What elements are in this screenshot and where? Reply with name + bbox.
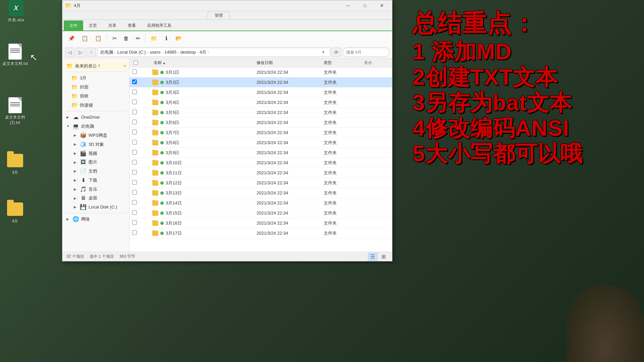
desktop-icon-folder4[interactable]: 4月 xyxy=(2,201,29,224)
col-header-name[interactable]: 名称 ▲ xyxy=(152,59,255,67)
pin-to-quickaccess-btn[interactable]: 📌 xyxy=(65,33,78,45)
file-checkbox[interactable] xyxy=(132,79,137,84)
sidebar-item-pictures[interactable]: ▶ 🖼 图片 xyxy=(62,158,129,167)
move-btn[interactable]: ✂ xyxy=(109,33,120,45)
file-checkbox[interactable] xyxy=(132,150,137,155)
file-checkbox[interactable] xyxy=(132,170,137,175)
breadcrumb-part-users[interactable]: users xyxy=(150,50,161,55)
tab-apptools[interactable]: 应用程序工具 xyxy=(142,20,177,31)
large-icons-view-button[interactable]: ⊞ xyxy=(379,253,388,261)
up-button[interactable]: ↑ xyxy=(87,48,96,57)
table-row[interactable]: 3月1日 2021/3/24 22:34 文件夹 xyxy=(129,67,392,77)
breadcrumb-part-computer[interactable]: 此电脑 xyxy=(100,49,113,55)
address-dropdown-button[interactable]: ▼ xyxy=(319,48,327,57)
table-row[interactable]: 3月14日 2021/3/24 22:34 文件夹 xyxy=(129,198,392,208)
table-row[interactable]: 3月16日 2021/3/24 22:34 文件夹 xyxy=(129,218,392,228)
paste-icon: 📋 xyxy=(95,36,102,41)
search-input[interactable] xyxy=(342,48,389,57)
sidebar-item-videos[interactable]: ▶ 🎬 视频 xyxy=(62,149,129,158)
table-row[interactable]: 3月7日 2021/3/24 22:34 文件夹 xyxy=(129,128,392,138)
col-header-size[interactable]: 大小 xyxy=(363,59,389,67)
file-checkbox[interactable] xyxy=(132,120,137,124)
sidebar-item-this-pc[interactable]: ▼ 💻 此电脑 xyxy=(62,122,129,131)
table-row[interactable]: 3月10日 2021/3/24 22:34 文件夹 xyxy=(129,158,392,168)
delete-btn[interactable]: 🗑 xyxy=(120,33,132,45)
desktop-icon-excel[interactable]: X 作表.xlsx xyxy=(3,0,30,23)
file-checkbox[interactable] xyxy=(132,100,137,104)
maximize-button[interactable]: □ xyxy=(357,1,373,10)
tab-share[interactable]: 共享 xyxy=(103,20,122,31)
sidebar-item-desktop[interactable]: ▶ 🖥 桌面 xyxy=(62,194,129,202)
sidebar-item-music[interactable]: ▶ 🎵 音乐 xyxy=(62,185,129,194)
table-row[interactable]: 3月6日 2021/3/24 22:34 文件夹 xyxy=(129,118,392,128)
file-checkbox[interactable] xyxy=(132,220,137,225)
file-checkbox[interactable] xyxy=(132,140,137,144)
file-checkbox[interactable] xyxy=(132,190,137,195)
col-header-modified[interactable]: 修改日期 xyxy=(255,59,322,67)
rename-btn[interactable]: ✏ xyxy=(132,33,143,45)
select-all-checkbox[interactable] xyxy=(133,61,138,65)
forward-button[interactable]: ▷ xyxy=(76,48,85,57)
sidebar-item-video-editor[interactable]: 📁 剪映 xyxy=(62,92,129,101)
file-checkbox[interactable] xyxy=(132,89,137,94)
file-checkbox[interactable] xyxy=(132,210,137,215)
open-btn[interactable]: 📂 xyxy=(172,33,185,45)
table-row[interactable]: 3月13日 2021/3/24 22:34 文件夹 xyxy=(129,188,392,198)
file-checkbox[interactable] xyxy=(132,200,137,205)
breadcrumb-part-4month[interactable]: 4月 xyxy=(200,49,206,55)
sidebar-item-cover[interactable]: 📁 封面 xyxy=(62,82,129,92)
breadcrumb-part-desktop[interactable]: desktop xyxy=(180,50,196,55)
manage-tab-label[interactable]: 管理 xyxy=(208,12,230,19)
sidebar-item-wps[interactable]: ▶ 📦 WPS网盘 xyxy=(62,131,129,140)
tab-view[interactable]: 查看 xyxy=(122,20,142,31)
table-row[interactable]: 3月5日 2021/3/24 22:34 文件夹 xyxy=(129,108,392,118)
table-row[interactable]: 3月11日 2021/3/24 22:34 文件夹 xyxy=(129,168,392,178)
table-row[interactable]: 3月12日 2021/3/24 22:34 文件夹 xyxy=(129,178,392,188)
sidebar-item-downloads[interactable]: ▶ ⬇ 下载 xyxy=(62,176,129,185)
close-button[interactable]: ✕ xyxy=(374,1,389,10)
copy-btn[interactable]: 📋 xyxy=(78,33,91,45)
table-row[interactable]: 3月8日 2021/3/24 22:34 文件夹 xyxy=(129,138,392,148)
file-modified-date: 2021/3/24 22:34 xyxy=(255,190,322,195)
file-checkbox[interactable] xyxy=(132,110,137,114)
sidebar-item-pinned-label: 捡来的老公！ xyxy=(75,63,101,69)
sidebar-item-shortcuts[interactable]: 📁 快捷键 xyxy=(62,101,129,110)
sidebar-item-3d[interactable]: ▶ 🧊 3D 对象 xyxy=(62,140,129,149)
file-checkbox[interactable] xyxy=(132,69,137,74)
details-view-button[interactable]: ☰ xyxy=(368,253,377,261)
properties-btn[interactable]: ℹ xyxy=(161,33,172,45)
sidebar-item-pinned-folder[interactable]: 📁 捡来的老公！ ✕ xyxy=(62,61,129,70)
back-button[interactable]: ◁ xyxy=(65,48,74,57)
table-row[interactable]: 3月3日 2021/3/24 22:34 文件夹 xyxy=(129,87,392,98)
address-bar[interactable]: 此电脑 › Local Disk (C:) › users › 14985 › … xyxy=(97,48,330,57)
table-row[interactable]: 3月2日 2021/3/24 22:34 文件夹 xyxy=(129,77,392,87)
table-row[interactable]: 3月9日 2021/3/24 22:34 文件夹 xyxy=(129,148,392,158)
new-folder-btn[interactable]: 📁 xyxy=(148,33,160,45)
tab-file[interactable]: 文件 xyxy=(64,20,83,31)
desktop-icon-txt2[interactable]: 桌文本文档(2).txt xyxy=(2,97,29,125)
col-header-check[interactable] xyxy=(132,59,142,67)
sidebar-item-3month[interactable]: 📁 3月 xyxy=(62,73,129,82)
desktop-icon-txt2-label: 桌文本文档(2).txt xyxy=(2,115,29,125)
tab-home[interactable]: 主页 xyxy=(83,20,103,31)
minimize-button[interactable]: ─ xyxy=(340,1,356,10)
file-checkbox[interactable] xyxy=(132,130,137,134)
file-checkbox[interactable] xyxy=(132,160,137,165)
file-name-cell: 3月9日 xyxy=(152,150,255,156)
table-row[interactable]: 3月17日 2021/3/24 22:34 文件夹 xyxy=(129,228,392,238)
sidebar-item-local-disk[interactable]: ▶ 💾 Local Disk (C:) xyxy=(62,202,129,212)
sidebar-item-network[interactable]: ▶ 🌐 网络 xyxy=(62,215,129,224)
paste-btn[interactable]: 📋 xyxy=(92,33,105,45)
sidebar-item-onedrive[interactable]: ▶ ☁ OneDrive xyxy=(62,113,129,122)
file-checkbox[interactable] xyxy=(132,230,137,235)
breadcrumb-part-14985[interactable]: 14985 xyxy=(164,50,176,55)
refresh-button[interactable]: ⟳ xyxy=(332,48,341,57)
desktop-icon-folder3[interactable]: 3月 xyxy=(2,153,29,176)
breadcrumb-part-disk[interactable]: Local Disk (C:) xyxy=(117,50,146,55)
col-header-type[interactable]: 类型 xyxy=(322,59,363,67)
sidebar-item-documents[interactable]: ▶ 📄 文档 xyxy=(62,167,129,176)
file-checkbox[interactable] xyxy=(132,180,137,185)
table-row[interactable]: 3月15日 2021/3/24 22:34 文件夹 xyxy=(129,208,392,218)
table-row[interactable]: 3月4日 2021/3/24 22:34 文件夹 xyxy=(129,98,392,108)
sync-dot xyxy=(160,101,164,104)
